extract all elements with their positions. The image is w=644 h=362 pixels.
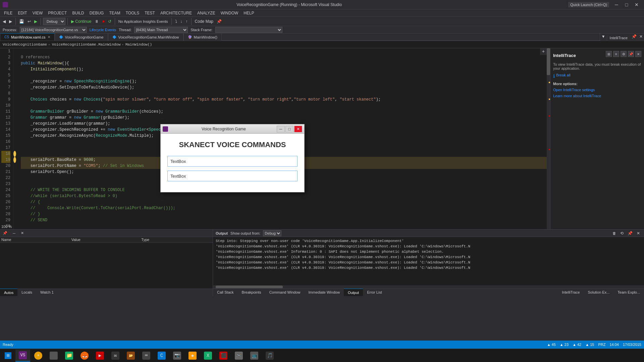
menu-test[interactable]: TEST: [142, 10, 158, 16]
panel-icon-close[interactable]: ✕: [635, 51, 641, 57]
taskbar-icon-3[interactable]: [46, 350, 61, 362]
tab-breakpoints[interactable]: Breakpoints: [238, 289, 265, 296]
tab-watch1[interactable]: Watch 1: [36, 289, 58, 296]
close-icon[interactable]: ✕: [48, 35, 50, 39]
menu-analyze[interactable]: ANALYZE: [195, 10, 218, 16]
learn-more-link[interactable]: Learn more about IntelliTrace: [553, 94, 641, 98]
word-wrap-button[interactable]: ⟲: [619, 230, 625, 237]
taskbar-icon-12[interactable]: ◆: [185, 350, 200, 362]
taskbar-icon-17[interactable]: 🎵: [262, 350, 277, 362]
taskbar-icon-5[interactable]: 🦊: [77, 350, 92, 362]
taskbar-icon-11[interactable]: 📷: [170, 350, 184, 362]
back-button[interactable]: ◀: [1, 17, 7, 25]
minimize-button[interactable]: ─: [612, 1, 621, 8]
clear-output-button[interactable]: 🗑: [611, 230, 618, 237]
intelli-trace-tab[interactable]: IntelliTrace: [607, 35, 630, 41]
output-source-select[interactable]: Debug: [263, 230, 281, 236]
menu-file[interactable]: FILE: [1, 10, 15, 16]
stack-select[interactable]: [215, 27, 282, 33]
pin-button[interactable]: 📌: [215, 17, 223, 25]
close-button[interactable]: ✕: [632, 1, 641, 8]
forward-button[interactable]: ▶: [8, 17, 13, 25]
stop-button[interactable]: ■: [101, 17, 106, 25]
taskbar-icon-4[interactable]: 📁: [62, 350, 76, 362]
panel-close[interactable]: ✕: [638, 33, 644, 41]
taskbar-icon-7[interactable]: ✉: [108, 350, 123, 362]
tab-dropdown-button[interactable]: ▼: [600, 33, 607, 41]
tab-command-window[interactable]: Command Window: [265, 289, 305, 296]
debug-mode-select[interactable]: Debug: [43, 18, 65, 25]
breadcrumb-item-method[interactable]: MainWindow(): [125, 43, 152, 47]
tab-solution-explorer[interactable]: Solution Ex...: [584, 289, 614, 296]
menu-build[interactable]: BUILD: [69, 10, 87, 16]
taskbar-icon-14[interactable]: ⬛: [216, 350, 231, 362]
menu-debug[interactable]: DEBUG: [87, 10, 107, 16]
panel-icon-pin[interactable]: 📌: [628, 51, 634, 57]
menu-edit[interactable]: EDIT: [15, 10, 30, 16]
no-app-insights[interactable]: No Application Insights Events: [117, 17, 169, 25]
continue-button[interactable]: ▶ Continue: [70, 17, 93, 25]
tab-mainwindow-class[interactable]: 🔷 VoiceRecognitionGame.MainWindow: [108, 33, 183, 41]
close-autos-icon[interactable]: ✕: [21, 231, 24, 235]
break-all-link[interactable]: Break all: [556, 73, 571, 77]
tab-voice-recognition-game[interactable]: 🔷 VoiceRecognitionGame: [55, 33, 108, 41]
tab-output[interactable]: Output: [344, 289, 363, 296]
expand-editor-button[interactable]: +: [540, 48, 547, 55]
panel-icon-1[interactable]: ⊞: [606, 51, 612, 57]
restart-button[interactable]: ↺: [107, 17, 113, 25]
fw-textbox-2[interactable]: [167, 171, 298, 181]
pin-icon[interactable]: 📌: [3, 231, 7, 235]
menu-window[interactable]: WINDOW: [218, 10, 241, 16]
tab-mainwindow-ctor[interactable]: 🔮 MainWindow(): [183, 33, 222, 41]
maximize-button[interactable]: □: [622, 1, 631, 8]
pin-output[interactable]: 📌: [626, 230, 634, 237]
menu-help[interactable]: HELP: [241, 10, 257, 16]
fw-minimize-button[interactable]: ─: [277, 126, 285, 132]
output-hscrollbar[interactable]: [213, 285, 644, 289]
process-select[interactable]: [12184] VoiceRecognitionGame.vs: [20, 27, 87, 33]
menu-architecture[interactable]: ARCHITECTURE: [158, 10, 195, 16]
tab-locals[interactable]: Locals: [17, 289, 36, 296]
menu-tools[interactable]: TOOLS: [123, 10, 142, 16]
menu-team[interactable]: TEAM: [106, 10, 123, 16]
tab-autos[interactable]: Autos: [0, 289, 17, 296]
start-button[interactable]: ⊞: [1, 350, 15, 362]
taskbar-icon-15[interactable]: 🎮: [231, 350, 246, 362]
scroll-thumb[interactable]: [547, 48, 550, 75]
step-over[interactable]: ⤵: [174, 17, 178, 25]
taskbar-icon-10[interactable]: C: [154, 350, 169, 362]
tab-intelli-trace[interactable]: IntelliTrace: [558, 289, 584, 296]
taskbar-icon-2[interactable]: ☀: [31, 350, 46, 362]
thread-select[interactable]: [8436] Main Thread: [134, 27, 188, 33]
debug-run[interactable]: ▶: [33, 17, 39, 25]
breadcrumb-item-namespace[interactable]: VoiceRecognitionGame: [3, 43, 47, 47]
pause-button[interactable]: ⏸: [93, 17, 100, 25]
taskbar-icon-9[interactable]: ⌨: [139, 350, 154, 362]
open-settings-link[interactable]: Open IntelliTrace settings: [553, 88, 641, 92]
fw-textbox-1[interactable]: [167, 156, 298, 167]
debug-restart[interactable]: ↩: [26, 17, 32, 25]
fw-maximize-button[interactable]: □: [285, 126, 293, 132]
tab-immediate[interactable]: Immediate Window: [305, 289, 344, 296]
menu-project[interactable]: PROJECT: [45, 10, 69, 16]
panel-icon-settings[interactable]: ⚙: [621, 51, 627, 57]
taskbar-icon-8[interactable]: 📂: [123, 350, 138, 362]
taskbar-icon-13[interactable]: X: [201, 350, 215, 362]
panel-icon-2[interactable]: ≡: [613, 51, 619, 57]
code-map-button[interactable]: Code Map: [194, 17, 215, 25]
tab-call-stack[interactable]: Call Stack: [213, 289, 238, 296]
save-button[interactable]: 💾: [18, 17, 25, 25]
menu-view[interactable]: VIEW: [30, 10, 46, 16]
tab-error-list[interactable]: Error List: [363, 289, 386, 296]
taskbar-icon-1[interactable]: VS: [15, 350, 30, 362]
taskbar-icon-16[interactable]: 📺: [247, 350, 262, 362]
step-into[interactable]: ↓: [179, 17, 184, 25]
close-output[interactable]: ✕: [635, 230, 641, 237]
breadcrumb-item-class[interactable]: VoiceRecognitionGame.MainWindow: [52, 43, 121, 47]
fw-close-button[interactable]: ✕: [294, 126, 302, 132]
hscroll-thumb[interactable]: [216, 286, 283, 288]
quick-launch-box[interactable]: Quick Launch (Ctrl+Q): [568, 2, 609, 7]
panel-pin[interactable]: 📌: [630, 33, 638, 41]
vertical-scrollbar[interactable]: [547, 48, 550, 229]
step-out[interactable]: ↑: [184, 17, 189, 25]
